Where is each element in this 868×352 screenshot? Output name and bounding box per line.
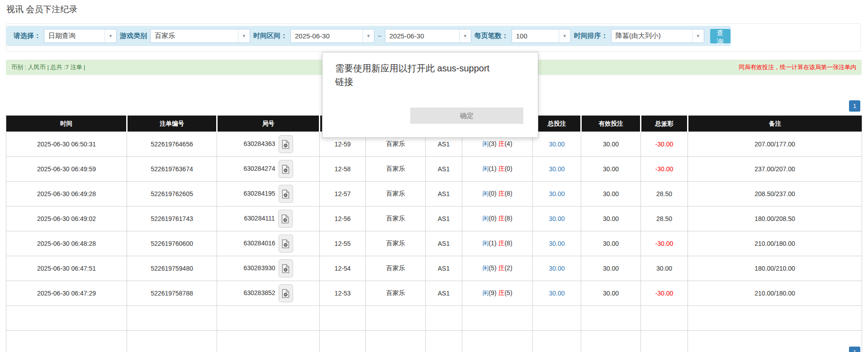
totals-total-bet: 210.00 xyxy=(533,306,581,331)
select-type-value[interactable]: 日期查询 xyxy=(44,29,104,42)
cell-play-type: AS1 xyxy=(426,256,462,281)
cell-total-bet: 30.00 xyxy=(533,157,581,182)
time-sort-value[interactable]: 降冪(由大到小) xyxy=(612,29,692,42)
tilde-separator: ~ xyxy=(378,32,382,40)
date-from-value[interactable]: 2025-06-30 xyxy=(291,29,362,42)
video-icon[interactable] xyxy=(279,259,293,277)
cell-order-no: 522619758788 xyxy=(127,281,217,306)
pagination-page-button-top[interactable]: 1 xyxy=(849,100,860,112)
cell-time: 2025-06-30 06:49:28 xyxy=(6,182,127,207)
player-label: 闲 xyxy=(482,215,489,222)
game-type-dropdown[interactable]: 百家乐 ▾ xyxy=(150,29,250,43)
banker-label: 庄 xyxy=(498,165,504,172)
totals-empty xyxy=(217,331,320,352)
video-icon[interactable] xyxy=(279,235,293,253)
cell-play-type: AS1 xyxy=(426,281,462,306)
cell-payout: -30.00 xyxy=(641,157,688,182)
summary-currency-count: 币别 : 人民币 | 总共 :7 注单 | xyxy=(11,63,85,71)
chevron-down-icon[interactable]: ▾ xyxy=(559,29,570,42)
player-count: (0) xyxy=(489,190,498,197)
select-type-dropdown[interactable]: 日期查询 ▾ xyxy=(44,29,117,43)
total-bet-link[interactable]: 30.00 xyxy=(549,215,564,222)
chevron-down-icon[interactable]: ▾ xyxy=(238,29,250,42)
cell-remark: 210.00/180.00 xyxy=(688,231,862,256)
cell-table-no: 12-53 xyxy=(320,281,366,306)
totals-label: 小计 xyxy=(6,306,127,331)
pagination-page-button-bottom[interactable]: 1 xyxy=(849,347,860,352)
column-header-2: 注单编号 xyxy=(127,116,217,132)
total-bet-link[interactable]: 30.00 xyxy=(549,265,564,272)
cell-game: 百家乐 xyxy=(366,256,426,281)
cell-payout: 28.50 xyxy=(641,207,688,231)
banker-count: (4) xyxy=(504,140,512,147)
cell-play-type: AS1 xyxy=(426,157,462,182)
video-icon[interactable] xyxy=(279,185,293,203)
cell-remark: 210.00/180.00 xyxy=(688,281,862,306)
round-no: 630283852 xyxy=(243,289,275,296)
chevron-down-icon[interactable]: ▾ xyxy=(692,29,704,42)
video-file-glyph xyxy=(282,164,289,174)
per-page-value[interactable]: 100 xyxy=(512,29,559,42)
chevron-down-icon[interactable]: ▾ xyxy=(362,29,374,42)
round-no: 630284111 xyxy=(244,215,275,222)
cell-round-no: 630284111 xyxy=(217,207,320,231)
date-to-dropdown[interactable]: 2025-06-30 ▾ xyxy=(385,29,471,43)
player-label: 闲 xyxy=(482,165,489,172)
chevron-down-icon[interactable]: ▾ xyxy=(104,29,116,42)
totals-empty xyxy=(426,306,462,331)
cell-round-no: 630284363 xyxy=(217,132,320,157)
cell-play-type: AS1 xyxy=(426,182,462,207)
table-row: 2025-06-30 06:49:59522619763674630284274… xyxy=(6,157,862,182)
game-type-value[interactable]: 百家乐 xyxy=(151,29,238,42)
total-bet-link[interactable]: 30.00 xyxy=(549,290,564,297)
date-from-dropdown[interactable]: 2025-06-30 ▾ xyxy=(290,29,375,43)
date-to-value[interactable]: 2025-06-30 xyxy=(385,29,459,42)
video-icon[interactable] xyxy=(279,135,293,153)
totals-payout: -33.00 xyxy=(641,331,688,352)
select-type-label: 请选择： xyxy=(14,32,41,40)
time-sort-dropdown[interactable]: 降冪(由大到小) ▾ xyxy=(611,29,704,43)
chevron-down-icon[interactable]: ▾ xyxy=(459,29,471,42)
cell-order-no: 522619761743 xyxy=(127,207,217,231)
total-bet-link[interactable]: 30.00 xyxy=(549,141,564,148)
table-row: 2025-06-30 06:48:28522619760600630284016… xyxy=(6,231,862,256)
player-label: 闲 xyxy=(482,190,489,197)
cell-table-no: 12-57 xyxy=(320,182,366,207)
cell-payout: -30.00 xyxy=(641,132,688,157)
cell-valid-bet: 30.00 xyxy=(581,157,641,182)
cell-order-no: 522619760600 xyxy=(127,231,217,256)
time-sort-label: 时间排序： xyxy=(574,32,608,40)
player-count: (1) xyxy=(489,165,498,172)
cell-order-no: 522619759480 xyxy=(127,256,217,281)
totals-empty xyxy=(366,331,426,352)
video-icon[interactable] xyxy=(279,160,293,178)
video-icon[interactable] xyxy=(279,284,293,302)
cell-time: 2025-06-30 06:49:02 xyxy=(6,207,127,231)
cell-remark: 207.00/177.00 xyxy=(688,132,862,157)
total-bet-link[interactable]: 30.00 xyxy=(549,165,564,173)
page: 视讯 会员下注纪录 请选择： 日期查询 ▾ 游戏类别 百家乐 ▾ 时间区间： 2… xyxy=(0,0,868,352)
player-label: 闲 xyxy=(482,264,489,272)
totals-count: 7 xyxy=(127,306,217,331)
cell-total-bet: 30.00 xyxy=(533,231,581,256)
filter-bar: 请选择： 日期查询 ▾ 游戏类别 百家乐 ▾ 时间区间： 2025-06-30 … xyxy=(6,26,731,46)
cell-payout: 30.00 xyxy=(641,256,688,281)
cell-order-no: 522619764656 xyxy=(127,132,217,157)
cell-table-no: 12-55 xyxy=(320,231,366,256)
totals-empty xyxy=(366,306,426,331)
search-button[interactable]: 查询 xyxy=(710,29,730,43)
cell-bet-detail: 闲(1) 庄(8) xyxy=(462,231,533,256)
confirm-button[interactable]: 确定 xyxy=(410,108,523,124)
totals-empty xyxy=(217,306,320,331)
cell-total-bet: 30.00 xyxy=(533,182,581,207)
column-header-9: 有效投注 xyxy=(581,116,641,132)
banker-label: 庄 xyxy=(498,190,504,197)
column-header-8: 总投注 xyxy=(533,116,581,132)
total-bet-link[interactable]: 30.00 xyxy=(549,190,564,197)
totals-count: 7 xyxy=(127,331,217,352)
summary-notice: 同局有效投注，统一计算在该局第一张注单内 xyxy=(739,63,856,71)
video-file-glyph xyxy=(281,214,289,224)
video-icon[interactable] xyxy=(278,210,293,228)
total-bet-link[interactable]: 30.00 xyxy=(549,240,564,247)
per-page-dropdown[interactable]: 100 ▾ xyxy=(512,29,571,43)
